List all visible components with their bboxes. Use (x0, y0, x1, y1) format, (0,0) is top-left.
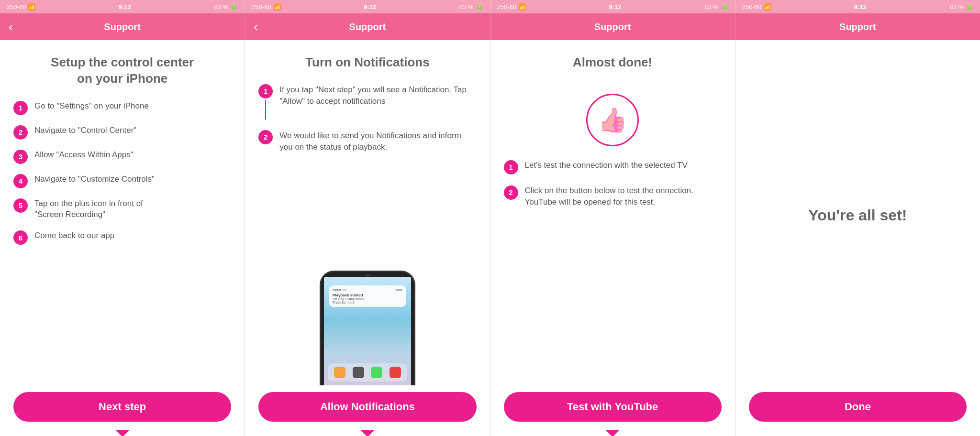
panel3-title: Almost done! (573, 54, 652, 71)
notif-badge-2: 2 (258, 130, 273, 144)
signal-icon-3: 250-60 (497, 3, 516, 11)
header-2: ‹ Support (245, 13, 490, 40)
battery-icon-4: 🔋 (966, 3, 973, 11)
phone-dock (328, 363, 407, 382)
panel1-title: Setup the control centeron your iPhone (13, 54, 231, 87)
step-text-3: Allow "Access Within Apps" (34, 149, 134, 161)
step-badge-3: 3 (13, 150, 28, 164)
step-text-2: Navigate to "Control Center" (34, 125, 136, 136)
panel4-bottom-indicator (735, 431, 980, 436)
header-title-4: Support (839, 22, 876, 33)
header-4: Support (735, 13, 980, 40)
notif-badge-wrap-2: 2 (258, 130, 273, 144)
done-step-2: 2 Click on the button below to test the … (504, 185, 722, 208)
back-button-1[interactable]: ‹ (9, 20, 13, 34)
battery-icon-1: 🔋 (230, 3, 238, 11)
dock-icon-4 (390, 367, 401, 378)
header-3: Support (490, 13, 735, 40)
test-youtube-button[interactable]: Test with YouTube (504, 392, 722, 422)
wifi-icon-1: 📶 (28, 3, 35, 11)
back-button-2[interactable]: ‹ (254, 20, 258, 34)
panel1-arrow-icon (116, 430, 129, 436)
notif-step-text-1: If you tap "Next step" you will see a No… (279, 84, 476, 107)
panel1-content: Setup the control centeron your iPhone 1… (0, 40, 245, 385)
battery-pct-3: 83 % (704, 3, 719, 11)
time-3: 9:12 (609, 3, 622, 11)
notification-card: Mirror TV now Playback started On [TV] L… (329, 285, 406, 307)
battery-icon-3: 🔋 (721, 3, 728, 11)
panel-setup-control-center: Setup the control centeron your iPhone 1… (0, 40, 245, 436)
next-step-button[interactable]: Next step (13, 392, 231, 422)
panel1-bottom-indicator (0, 431, 245, 436)
done-badge-1: 1 (504, 160, 518, 174)
done-button[interactable]: Done (749, 392, 967, 422)
panel2-content: Turn on Notifications 1 If you tap "Next… (245, 40, 490, 385)
step-badge-2: 2 (13, 125, 28, 140)
time-2: 9:12 (364, 3, 376, 11)
done-badge-2: 2 (504, 185, 518, 200)
step-badge-4: 4 (13, 174, 28, 188)
panel3-bottom-indicator (490, 431, 735, 436)
step-badge-6: 6 (13, 230, 28, 245)
panel2-step-list: 1 If you tap "Next step" you will see a … (258, 84, 476, 153)
notif-card-app: Mirror TV (333, 288, 346, 292)
main-area: Setup the control centeron your iPhone 1… (0, 40, 980, 436)
panel1-footer: Next step (0, 385, 245, 431)
signal-icon-1: 250-60 (7, 3, 26, 11)
panel3-content: Almost done! 👍 1 Let's test the connecti… (490, 40, 735, 385)
step-item-4: 4 Navigate to "Customize Controls" (13, 174, 231, 188)
battery-1: 83 % 🔋 (214, 3, 238, 11)
panel4-content: You're all set! (735, 40, 980, 385)
done-text-2: Click on the button below to test the on… (525, 185, 722, 208)
wifi-icon-3: 📶 (518, 3, 526, 11)
panel2-title: Turn on Notifications (258, 54, 476, 71)
status-bar-4-left: 250-60 📶 (742, 3, 771, 11)
phone-mockup: Mirror TV now Playback started On [TV] L… (320, 271, 415, 385)
panel3-footer: Test with YouTube (490, 385, 735, 431)
panel2-arrow-icon (361, 430, 374, 436)
header-title-2: Support (349, 22, 386, 33)
notif-card-header: Mirror TV now (333, 288, 402, 292)
dock-icon-3 (371, 367, 382, 378)
step-badge-1: 1 (13, 101, 28, 115)
notif-step-1: 1 If you tap "Next step" you will see a … (258, 84, 476, 120)
status-bar-3: 250-60 📶 9:12 83 % 🔋 (490, 0, 735, 13)
status-bar-2-left: 250-60 📶 (252, 3, 280, 11)
step-item-2: 2 Navigate to "Control Center" (13, 125, 231, 140)
battery-pct-2: 83 % (459, 3, 474, 11)
notif-step-text-2: We would like to send you Notifications … (279, 130, 476, 153)
header-title-3: Support (594, 22, 631, 33)
panel3-step-list: 1 Let's test the connection with the sel… (504, 160, 722, 208)
step-badge-5: 5 (13, 198, 28, 213)
phone-mockup-wrap: Mirror TV now Playback started On [TV] L… (258, 160, 476, 385)
battery-icon-2: 🔋 (476, 3, 483, 11)
battery-3: 83 % 🔋 (704, 3, 728, 11)
status-bar-1: 250-60 📶 9:12 83 % 🔋 (0, 0, 245, 13)
time-1: 9:12 (119, 3, 131, 11)
status-bars: 250-60 📶 9:12 83 % 🔋 250-60 📶 9:12 83 % … (0, 0, 980, 13)
notif-badge-1: 1 (258, 84, 273, 98)
step-item-5: 5 Tap on the plus icon in front of"Scree… (13, 198, 231, 221)
battery-pct-1: 83 % (214, 3, 229, 11)
notif-card-title: Playback started (333, 293, 402, 297)
panel4-title: You're all set! (808, 207, 907, 224)
wifi-icon-4: 📶 (763, 3, 771, 11)
step-item-3: 3 Allow "Access Within Apps" (13, 149, 231, 164)
allow-notifications-button[interactable]: Allow Notifications (258, 392, 476, 422)
done-step-1: 1 Let's test the connection with the sel… (504, 160, 722, 174)
panel2-footer: Allow Notifications (245, 385, 490, 431)
step-item-6: 6 Come back to our app (13, 230, 231, 245)
panel-almost-done: Almost done! 👍 1 Let's test the connecti… (490, 40, 735, 436)
notif-badge-wrap-1: 1 (258, 84, 273, 120)
status-bar-2: 250-60 📶 9:12 83 % 🔋 (245, 0, 490, 13)
status-bar-1-left: 250-60 📶 (7, 3, 35, 11)
step-text-1: Go to "Settings" on your iPhone (34, 100, 149, 112)
panel1-step-list: 1 Go to "Settings" on your iPhone 2 Navi… (13, 100, 231, 245)
status-bar-4: 250-60 📶 9:12 83 % 🔋 (735, 0, 980, 13)
dock-icon-2 (353, 367, 364, 378)
done-text-1: Let's test the connection with the selec… (525, 160, 688, 171)
step-text-4: Navigate to "Customize Controls" (34, 174, 155, 185)
signal-icon-2: 250-60 (252, 3, 271, 11)
status-bar-3-left: 250-60 📶 (497, 3, 526, 11)
signal-icon-4: 250-60 (742, 3, 761, 11)
